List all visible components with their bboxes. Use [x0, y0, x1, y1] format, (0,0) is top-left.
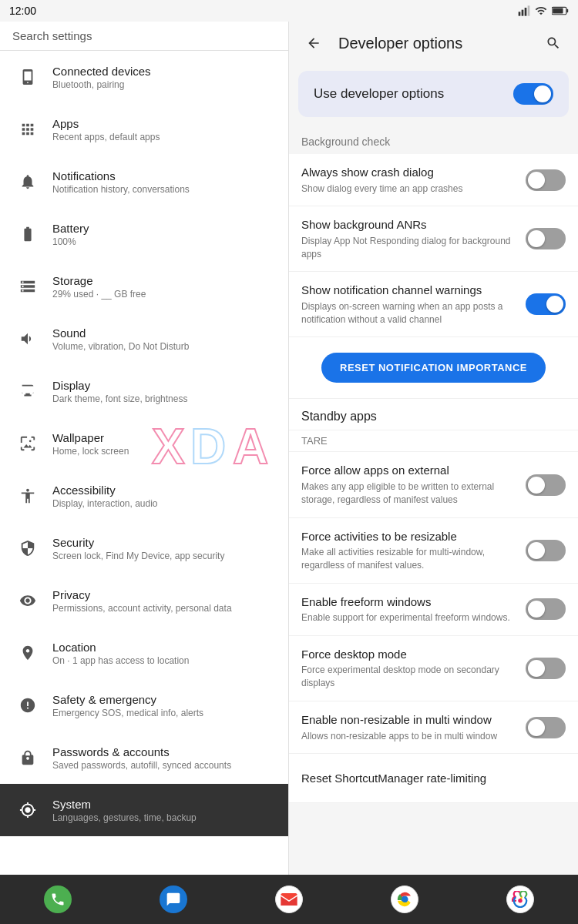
dev-options-title: Developer options — [338, 35, 529, 52]
sidebar-item-system[interactable]: System Languages, gestures, time, backup — [0, 784, 288, 836]
background-anrs-setting[interactable]: Show background ANRs Display App Not Res… — [289, 206, 578, 272]
svg-rect-1 — [522, 10, 524, 16]
notification-channel-warnings-toggle[interactable] — [526, 293, 566, 315]
privacy-icon — [12, 585, 43, 616]
status-time: 12:00 — [9, 5, 36, 17]
sidebar-item-passwords[interactable]: Passwords & accounts Saved passwords, au… — [0, 732, 288, 784]
sidebar-item-battery[interactable]: Battery 100% — [0, 208, 288, 260]
dev-options-header: Developer options — [289, 22, 578, 65]
crash-dialog-setting[interactable]: Always show crash dialog Show dialog eve… — [289, 154, 578, 206]
accessibility-icon — [12, 480, 43, 511]
freeform-windows-setting[interactable]: Enable freeform windows Enable support f… — [289, 584, 578, 636]
resizable-activities-toggle[interactable] — [526, 540, 566, 561]
background-check-header: Background check — [289, 123, 578, 154]
svg-rect-6 — [553, 8, 563, 13]
resizable-activities-setting[interactable]: Force activities to be resizable Make al… — [289, 518, 578, 584]
tare-label: TARE — [289, 430, 578, 452]
nav-messages[interactable] — [156, 882, 190, 916]
use-developer-options-card: Use developer options — [298, 71, 569, 117]
sidebar-item-apps[interactable]: Apps Recent apps, default apps — [0, 103, 288, 156]
standby-apps-header: Standby apps — [289, 399, 578, 430]
sidebar: Search settings Connected devices Blueto… — [0, 22, 289, 875]
bottom-nav — [0, 875, 578, 924]
wallpaper-icon — [12, 428, 43, 459]
dev-search-button[interactable] — [541, 31, 566, 55]
display-icon — [12, 376, 43, 407]
svg-rect-5 — [566, 9, 568, 13]
notification-channel-warnings-setting[interactable]: Show notification channel warnings Displ… — [289, 272, 578, 337]
svg-rect-3 — [528, 5, 530, 15]
sidebar-item-storage[interactable]: Storage 29% used · __ GB free — [0, 260, 288, 313]
sidebar-item-sound[interactable]: Sound Volume, vibration, Do Not Disturb — [0, 313, 288, 365]
sidebar-item-security[interactable]: Security Screen lock, Find My Device, ap… — [0, 522, 288, 574]
status-icons — [518, 5, 569, 17]
reset-notification-container: RESET NOTIFICATION IMPORTANCE — [289, 337, 578, 399]
storage-icon — [12, 271, 43, 302]
system-icon — [12, 795, 43, 825]
sound-icon — [12, 323, 43, 354]
sidebar-item-connected-devices[interactable]: Connected devices Bluetooth, pairing — [0, 51, 288, 103]
svg-rect-2 — [525, 8, 527, 16]
background-anrs-toggle[interactable] — [526, 228, 566, 249]
battery-icon — [552, 6, 569, 15]
back-button[interactable] — [301, 31, 326, 55]
main-layout: Search settings Connected devices Blueto… — [0, 22, 578, 875]
notifications-icon — [12, 166, 43, 197]
nav-photos[interactable] — [503, 882, 537, 916]
use-developer-toggle[interactable] — [513, 83, 553, 105]
nav-chrome[interactable] — [388, 882, 422, 916]
safety-icon — [12, 690, 43, 721]
sidebar-item-location[interactable]: Location On · 1 app has access to locati… — [0, 627, 288, 679]
status-bar: 12:00 — [0, 0, 578, 22]
svg-point-12 — [518, 899, 523, 903]
location-icon — [12, 638, 43, 668]
desktop-mode-setting[interactable]: Force desktop mode Force experimental de… — [289, 636, 578, 701]
apps-icon — [12, 114, 43, 145]
reset-notification-button[interactable]: RESET NOTIFICATION IMPORTANCE — [321, 353, 546, 383]
svg-point-11 — [402, 897, 407, 902]
search-settings[interactable]: Search settings — [0, 22, 288, 51]
nav-gmail[interactable] — [272, 882, 306, 916]
shortcut-rate-limit-setting[interactable]: Reset ShortcutManager rate-limiting — [289, 754, 578, 803]
sidebar-item-display[interactable]: Display Dark theme, font size, brightnes… — [0, 365, 288, 417]
force-external-setting[interactable]: Force allow apps on external Makes any a… — [289, 452, 578, 517]
developer-options-panel: Developer options Use developer options … — [289, 22, 578, 875]
desktop-mode-toggle[interactable] — [526, 658, 566, 679]
use-developer-label: Use developer options — [314, 86, 444, 102]
sidebar-item-accessibility[interactable]: Accessibility Display, interaction, audi… — [0, 470, 288, 522]
crash-dialog-toggle[interactable] — [526, 169, 566, 191]
security-icon — [12, 533, 43, 564]
passwords-icon — [12, 742, 43, 773]
non-resizable-multi-setting[interactable]: Enable non-resizable in multi window All… — [289, 701, 578, 754]
sidebar-item-privacy[interactable]: Privacy Permissions, account activity, p… — [0, 574, 288, 627]
force-external-toggle[interactable] — [526, 474, 566, 496]
sidebar-item-wallpaper[interactable]: Wallpaper Home, lock screen — [0, 417, 288, 470]
signal-icon — [518, 5, 530, 17]
svg-rect-0 — [519, 12, 521, 15]
freeform-windows-toggle[interactable] — [526, 598, 566, 620]
wifi-icon — [535, 5, 547, 17]
non-resizable-multi-toggle[interactable] — [526, 717, 566, 738]
nav-phone[interactable] — [41, 882, 75, 916]
sidebar-item-notifications[interactable]: Notifications Notification history, conv… — [0, 156, 288, 208]
connected-devices-icon — [12, 62, 43, 92]
battery-settings-icon — [12, 219, 43, 249]
sidebar-item-safety[interactable]: Safety & emergency Emergency SOS, medica… — [0, 679, 288, 732]
